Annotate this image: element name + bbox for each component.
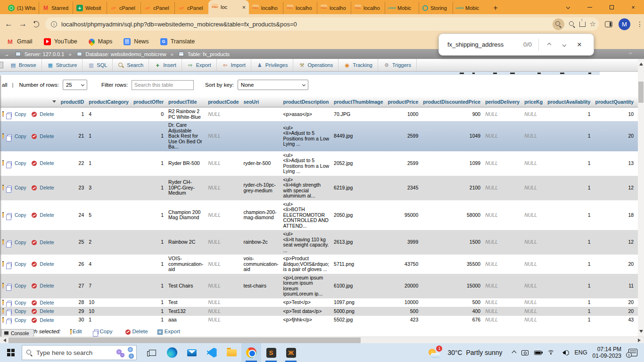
table-row[interactable]: Copy Delete2521Rainbow 2CNULLrainbow-2c<… (0, 230, 638, 255)
side-panel-icon[interactable] (605, 21, 612, 27)
copy-row-link[interactable]: Copy (5, 133, 26, 139)
copy-row-link[interactable]: Copy (5, 185, 26, 190)
maximize-button[interactable] (601, 0, 622, 14)
pma-tab-sql[interactable]: SQL (83, 59, 113, 71)
column-header-productQuantity[interactable]: productQuantity (593, 97, 636, 107)
column-header-productThumbImage[interactable]: productThumbImage (331, 97, 385, 107)
edit-icon-clipped[interactable] (2, 133, 4, 139)
with-selected-delete-button[interactable]: Delete (122, 329, 148, 334)
bookmark-gmail[interactable]: MGmail (7, 38, 33, 45)
browser-tab[interactable]: cPcPanel (107, 2, 140, 14)
taskbar-app-chrome[interactable] (241, 343, 261, 362)
new-tab-button[interactable]: + (489, 2, 502, 14)
column-header-productCategory[interactable]: productCategory (86, 97, 131, 107)
language-indicator[interactable]: ENG (575, 349, 587, 356)
browser-tab[interactable]: PMAlocalho (283, 2, 317, 14)
browser-menu-icon[interactable]: ⋮ (636, 20, 639, 28)
edit-icon-clipped[interactable] (2, 111, 4, 117)
delete-row-link[interactable]: Delete (28, 160, 54, 166)
column-header-productAvailablity[interactable]: productAvailablity (545, 97, 593, 107)
profile-avatar[interactable]: M (619, 18, 630, 30)
table-row[interactable]: Copy Delete2641VOIS-communication-aidNUL… (0, 255, 638, 274)
delete-row-link[interactable]: Delete (28, 133, 54, 139)
taskbar-app-xampp[interactable]: Ж (281, 343, 301, 362)
browser-tab[interactable]: PMAlocalho (249, 2, 283, 14)
edit-icon-clipped[interactable] (2, 212, 4, 218)
scroll-down-icon[interactable] (639, 330, 643, 335)
column-header-productDiscountedPrice[interactable]: productDiscountedPrice (421, 97, 483, 107)
find-bar[interactable]: fx_shipping_address 0/0 × (438, 33, 594, 56)
delete-row-link[interactable]: Delete (28, 111, 54, 117)
edit-icon-clipped[interactable] (2, 261, 4, 267)
find-in-page-active-icon[interactable] (553, 18, 564, 30)
bookmark-maps[interactable]: Maps (89, 38, 113, 45)
find-previous-icon[interactable] (542, 38, 557, 52)
column-header-productTitle[interactable]: productTitle (166, 97, 206, 107)
pma-tab-browse[interactable]: Browse (5, 59, 42, 71)
weather-icon[interactable]: 1 (428, 346, 442, 359)
volume-icon[interactable] (560, 350, 569, 355)
copy-row-link[interactable]: Copy (5, 300, 26, 305)
browser-tab[interactable]: LOGOMobic (453, 2, 487, 14)
delete-row-link[interactable]: Delete (28, 283, 54, 288)
tray-expand-icon[interactable] (512, 350, 516, 355)
rows-per-page-select[interactable]: 25 (63, 80, 87, 90)
copy-row-link[interactable]: Copy (5, 239, 26, 245)
meet-now-icon[interactable] (521, 350, 528, 355)
copy-row-link[interactable]: Copy (5, 111, 26, 117)
taskbar-clock[interactable]: 07:14 PM 01-09-2023 (593, 346, 621, 359)
taskbar-search[interactable]: Type here to search (22, 345, 137, 360)
pma-tab-import[interactable]: Import (217, 59, 251, 71)
table-row[interactable]: Copy Delete29101Test132NULL<p>Test data<… (0, 307, 638, 316)
site-info-icon[interactable]: i (51, 21, 57, 27)
delete-row-link[interactable]: Delete (28, 261, 54, 267)
find-query-input[interactable]: fx_shipping_address (447, 41, 523, 48)
pma-tab-tracking[interactable]: Tracking (339, 59, 378, 71)
table-row[interactable]: Copy Delete2451Champion 200 Mag DiamondN… (0, 200, 638, 230)
column-header-productOffer[interactable]: productOffer (131, 97, 166, 107)
copy-row-link[interactable]: Copy (5, 160, 26, 166)
copy-row-link[interactable]: Copy (5, 308, 26, 314)
console-tab[interactable]: Console (1, 329, 34, 337)
pma-tab-insert[interactable]: Insert (149, 59, 182, 71)
weather-temp[interactable]: 30°C Partly sunny (447, 349, 502, 356)
table-row[interactable]: Copy Delete140R2 Rainbow 2 PC White-Blue… (0, 107, 638, 122)
column-header-periodDelivery[interactable]: periodDelivery (483, 97, 522, 107)
address-bar[interactable]: i localhost/phpmyadmin/sql.php?db=websit… (45, 17, 599, 31)
taskbar-app-task-view[interactable] (142, 343, 162, 362)
breadcrumb-database[interactable]: Database: websitedemo_mobicrew (86, 51, 166, 57)
taskbar-app-explorer[interactable] (222, 343, 241, 362)
forward-icon[interactable]: → (19, 19, 27, 29)
share-icon[interactable] (579, 22, 586, 27)
browser-tab[interactable]: (1) Wha (5, 2, 39, 14)
browser-tab[interactable]: PMAlocalho (351, 2, 385, 14)
browser-tab[interactable]: PMAloc× (208, 0, 249, 14)
browser-tab[interactable]: MStarred (39, 2, 73, 14)
browser-tab[interactable]: cPcPanel (140, 2, 174, 14)
zoom-icon[interactable] (569, 21, 575, 27)
battery-icon[interactable] (534, 351, 542, 355)
delete-row-link[interactable]: Delete (28, 239, 54, 245)
browser-tab[interactable]: cPcPanel (174, 2, 208, 14)
bookmark-news[interactable]: News (124, 38, 149, 45)
delete-row-link[interactable]: Delete (28, 185, 54, 190)
reload-icon[interactable] (33, 21, 39, 27)
sort-by-key-select[interactable]: None (238, 80, 308, 90)
minimize-button[interactable] (579, 0, 601, 14)
find-next-icon[interactable] (557, 38, 572, 52)
with-selected-copy-button[interactable]: Copy (91, 329, 113, 334)
horizontal-scrollbar[interactable] (0, 337, 644, 343)
pma-tab-search[interactable]: Search (113, 59, 149, 71)
pma-tab-operations[interactable]: Operations (293, 59, 339, 71)
column-header-productID[interactable]: productID (58, 97, 87, 107)
breadcrumb-table[interactable]: Table: fx_products (188, 51, 230, 57)
delete-row-link[interactable]: Delete (28, 317, 54, 323)
scroll-right-icon[interactable] (638, 338, 643, 342)
table-row[interactable]: Copy Delete3011aaaNULL<p>fjhhk</p>5502.j… (0, 316, 638, 325)
table-row[interactable]: Copy Delete28101TestNULL<p>Test</p>1097.… (0, 298, 638, 307)
show-nav-panel-icon[interactable]: → (4, 51, 9, 58)
delete-row-link[interactable]: Delete (28, 308, 54, 314)
vertical-scrollbar[interactable] (638, 59, 644, 337)
delete-row-link[interactable]: Delete (28, 300, 54, 305)
copy-row-link[interactable]: Copy (5, 283, 26, 288)
